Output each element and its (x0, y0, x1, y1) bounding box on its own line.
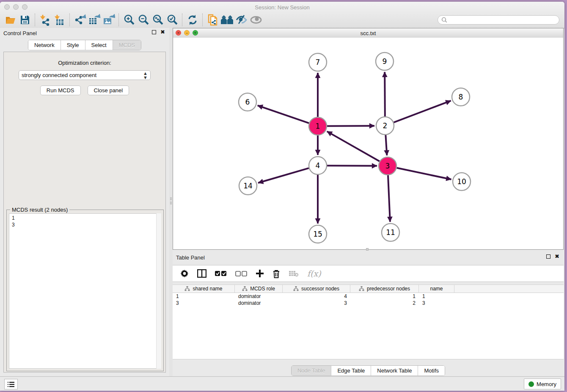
table-panel-header: Table Panel ✖ (173, 252, 564, 262)
cell[interactable]: 3 (283, 300, 350, 306)
result-scrollbar[interactable] (156, 213, 161, 369)
cell[interactable]: 1 (419, 293, 454, 300)
float-panel-icon[interactable] (546, 254, 550, 259)
close-panel-button[interactable]: Close panel (88, 86, 129, 95)
cell[interactable]: 4 (283, 293, 350, 300)
open-file-icon[interactable] (3, 13, 18, 27)
resize-handle[interactable] (366, 248, 369, 251)
edge-4-14[interactable] (258, 168, 309, 183)
table-row[interactable]: 1dominator411 (173, 293, 564, 300)
edge-2-8[interactable] (394, 101, 451, 122)
import-network-icon[interactable] (38, 13, 52, 27)
column-header-predecessor-nodes[interactable]: predecessor nodes (350, 285, 419, 293)
cell[interactable]: dominator (235, 300, 283, 306)
column-header-MCDS-role[interactable]: MCDS role (235, 285, 283, 293)
toolbar-separator (69, 14, 70, 26)
node-label-6: 6 (245, 98, 250, 106)
edge-3-1[interactable] (327, 131, 380, 161)
import-table-icon[interactable] (52, 13, 67, 27)
search-input[interactable] (447, 17, 556, 23)
split-panel-icon[interactable] (197, 269, 206, 278)
tab-mcds[interactable]: MCDS (113, 40, 141, 50)
select-all-icon[interactable] (215, 271, 227, 276)
attribute-type-icon (359, 286, 364, 291)
edge-3-10[interactable] (397, 168, 451, 179)
table-panel-title: Table Panel (176, 254, 205, 261)
edge-2-3[interactable] (385, 135, 387, 155)
tab-network-table[interactable]: Network Table (371, 366, 418, 375)
tab-node-table[interactable]: Node Table (292, 366, 332, 375)
network-window-title: scc.txt (173, 30, 563, 36)
node-label-10: 10 (457, 177, 466, 186)
zoom-selected-icon[interactable] (165, 13, 179, 27)
tab-edge-table[interactable]: Edge Table (331, 366, 371, 375)
log-console-button[interactable] (4, 379, 18, 389)
cell[interactable]: dominator (235, 293, 283, 300)
cell[interactable]: 1 (173, 293, 235, 300)
memory-status-icon (528, 381, 534, 387)
mcds-result-list[interactable]: 13 (9, 213, 161, 369)
table-row[interactable]: 3dominator323 (173, 300, 564, 306)
column-header-shared-name[interactable]: shared name (173, 285, 235, 293)
table-toolbar: f(x) (173, 265, 564, 282)
tab-motifs[interactable]: Motifs (418, 366, 445, 375)
show-all-icon[interactable] (249, 13, 263, 27)
run-mcds-button[interactable]: Run MCDS (40, 86, 81, 95)
close-panel-icon[interactable]: ✖ (555, 254, 559, 259)
mcds-result-group: MCDS result (2 nodes) 13 (6, 210, 164, 371)
export-table-icon[interactable] (87, 13, 102, 27)
tab-style[interactable]: Style (61, 40, 85, 50)
deselect-all-icon[interactable] (235, 271, 247, 276)
cell[interactable]: 3 (419, 300, 454, 306)
float-panel-icon[interactable] (152, 30, 156, 34)
column-label: successor nodes (301, 286, 339, 292)
search-box[interactable] (438, 15, 559, 25)
cell[interactable]: 2 (350, 300, 419, 306)
attribute-type-icon (293, 286, 299, 291)
node-label-8: 8 (459, 93, 463, 101)
node-label-4: 4 (316, 161, 320, 170)
save-session-icon[interactable] (18, 13, 32, 27)
zoom-in-icon[interactable] (122, 13, 136, 27)
toolbar-separator (35, 14, 36, 26)
delete-column-icon[interactable] (272, 269, 280, 278)
edge-3-11[interactable] (388, 175, 390, 222)
tab-network[interactable]: Network (28, 40, 61, 50)
hide-selected-icon[interactable] (234, 13, 249, 27)
mcds-result-title: MCDS result (2 nodes) (10, 207, 69, 213)
column-header-name[interactable]: name (419, 285, 454, 293)
memory-button[interactable]: Memory (524, 378, 561, 389)
toolbar-separator (202, 14, 203, 26)
refresh-icon[interactable] (185, 13, 200, 27)
network-window-titlebar[interactable]: ✕ – + scc.txt (173, 28, 563, 38)
gear-icon[interactable] (180, 269, 189, 278)
zoom-out-icon[interactable] (136, 13, 151, 27)
node-label-1: 1 (316, 122, 320, 130)
cell[interactable]: 1 (350, 293, 419, 300)
network-graph-canvas[interactable]: 7968124314101511 (173, 38, 563, 249)
edge-1-2[interactable] (327, 126, 374, 126)
export-network-icon[interactable] (73, 13, 87, 27)
column-header-successor-nodes[interactable]: successor nodes (283, 285, 350, 293)
edge-2-9[interactable] (385, 72, 385, 116)
edge-1-6[interactable] (258, 105, 309, 123)
vertical-splitter[interactable] (169, 28, 173, 377)
column-label: predecessor nodes (367, 286, 410, 292)
search-icon (441, 17, 447, 23)
mcds-result-line: 3 (12, 221, 161, 228)
export-image-icon[interactable] (102, 13, 116, 27)
duplicate-network-icon[interactable] (206, 13, 220, 27)
delete-table-icon[interactable] (289, 270, 299, 277)
criterion-dropdown[interactable]: strongly connected component ▲▼ (19, 70, 151, 80)
list-icon (8, 381, 14, 387)
cell[interactable]: 3 (173, 300, 235, 306)
edge-4-3[interactable] (327, 166, 377, 166)
node-table[interactable]: shared nameMCDS rolesuccessor nodesprede… (173, 284, 564, 359)
close-panel-icon[interactable]: ✖ (160, 30, 165, 34)
network-view-window: ✕ – + scc.txt 7968124314101511 (173, 28, 564, 250)
first-neighbors-icon[interactable] (220, 13, 234, 27)
add-column-icon[interactable] (256, 269, 264, 278)
mcds-result-line: 1 (12, 215, 161, 221)
tab-select[interactable]: Select (85, 40, 113, 50)
zoom-fit-icon[interactable] (151, 13, 165, 27)
